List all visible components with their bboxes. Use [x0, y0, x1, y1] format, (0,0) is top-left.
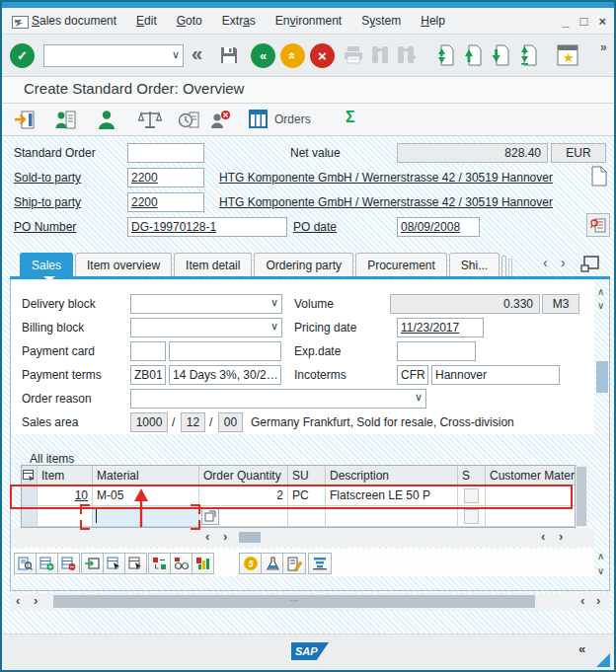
po-date-label[interactable]: PO date [293, 217, 337, 237]
s-checkbox[interactable] [464, 509, 479, 524]
display-customer-button[interactable] [97, 110, 116, 134]
exit-button[interactable]: « [280, 43, 305, 68]
maximize-button[interactable]: □ [580, 14, 588, 29]
next-page-button[interactable] [490, 44, 509, 70]
payment-card-number-field[interactable] [169, 341, 281, 361]
minimize-button[interactable]: _ [562, 14, 569, 29]
swap-items-button[interactable] [148, 553, 171, 574]
menu-edit[interactable]: Edit [136, 8, 157, 35]
orders-button[interactable]: Orders [249, 110, 311, 128]
back-button[interactable]: « [251, 43, 275, 68]
column-header-description[interactable]: Description [326, 466, 458, 485]
billing-block-select[interactable]: ∨ [130, 318, 282, 337]
menu-goto[interactable]: Goto [177, 8, 202, 35]
su-cell[interactable] [288, 506, 326, 527]
tab-sales[interactable]: Sales [20, 253, 73, 276]
command-field[interactable]: ∨ [43, 44, 184, 67]
last-page-button[interactable] [517, 44, 537, 70]
tab-scroll-right-button[interactable]: › [561, 257, 566, 268]
ship-to-party-text[interactable]: HTG Komponente GmbH / Wernerstrasse 42 /… [219, 192, 553, 212]
items-scroll-left-button[interactable]: ‹ [205, 531, 209, 543]
item-details-button[interactable] [14, 553, 37, 574]
content-scroll-up-button-2[interactable]: ∧ [597, 551, 604, 562]
content-scrollbar-thumb[interactable] [596, 361, 608, 393]
window-scroll-right-button-2[interactable]: › [596, 595, 600, 607]
items-scroll-left-button-2[interactable]: ‹ [541, 531, 545, 543]
menu-environment[interactable]: Environment [275, 8, 342, 35]
content-scroll-up-button[interactable]: ∧ [597, 286, 604, 298]
menu-system[interactable]: System [361, 8, 401, 35]
delivery-block-select[interactable]: ∨ [130, 294, 282, 314]
ship-to-party-label[interactable]: Ship-to party [14, 192, 81, 212]
display-sold-to-button[interactable] [55, 110, 77, 134]
column-header-quantity[interactable]: Order Quantity [199, 466, 288, 485]
save-button[interactable] [219, 45, 239, 69]
fullscreen-toggle-button[interactable] [580, 256, 599, 276]
column-header-item[interactable]: Item [38, 466, 93, 485]
command-field-dropdown-icon[interactable]: ∨ [172, 48, 180, 61]
item-notes-button[interactable] [282, 553, 306, 574]
ship-to-party-field[interactable] [127, 192, 204, 212]
po-number-label[interactable]: PO Number [14, 217, 76, 237]
possible-entries-button[interactable] [201, 507, 219, 525]
system-menu-icon[interactable] [12, 15, 29, 33]
menu-extras[interactable]: Extras [222, 8, 256, 35]
enter-button[interactable]: ✓ [10, 43, 35, 68]
tab-ordering-party[interactable]: Ordering party [254, 253, 353, 276]
statusbar-collapse-button[interactable]: « [578, 641, 585, 656]
item-row-2[interactable] [22, 506, 575, 527]
customer-material-cell[interactable] [486, 506, 575, 527]
tab-item-overview[interactable]: Item overview [75, 253, 172, 276]
content-scroll-down-button[interactable]: ∨ [597, 300, 604, 312]
reject-document-button[interactable] [209, 110, 231, 134]
insert-item-button[interactable] [36, 553, 58, 574]
column-header-material[interactable]: Material [93, 466, 199, 485]
incoterms-code-field[interactable] [397, 365, 428, 385]
items-scroll-right-button[interactable]: › [223, 531, 227, 543]
po-date-field[interactable] [397, 217, 480, 237]
delivery-status-icon[interactable] [178, 110, 200, 134]
conditions-button[interactable] [239, 553, 263, 574]
column-header-customer-material[interactable]: Customer Materi [486, 466, 575, 485]
window-scroll-left-button[interactable]: ‹ [16, 595, 20, 607]
first-page-button[interactable] [434, 44, 454, 70]
collapse-toolbar-button[interactable]: « [192, 42, 202, 65]
po-number-field[interactable] [127, 217, 287, 237]
row-selector-cell[interactable] [22, 506, 38, 527]
window-hscrollbar-thumb[interactable]: ⋯ [53, 595, 535, 608]
payment-terms-text-field[interactable] [169, 365, 281, 385]
menu-sales-document[interactable]: Sales document [32, 8, 116, 35]
column-header-su[interactable]: SU [288, 466, 326, 485]
tab-scroll-left-button[interactable]: ‹ [543, 257, 548, 268]
sold-to-party-field[interactable] [127, 168, 204, 187]
sum-button[interactable]: Σ [346, 109, 355, 126]
item-graph-button[interactable] [192, 553, 214, 574]
configuration-button[interactable] [308, 553, 332, 574]
exp-date-field[interactable] [397, 341, 476, 361]
window-scroll-left-button-2[interactable]: ‹ [580, 595, 584, 607]
close-button[interactable]: × [598, 14, 606, 29]
items-vscrollbar-track[interactable] [576, 466, 587, 527]
items-vscrollbar-thumb[interactable] [577, 467, 586, 526]
menu-help[interactable]: Help [421, 8, 445, 35]
pricing-date-field[interactable] [397, 318, 484, 337]
sold-to-party-label[interactable]: Sold-to party [14, 168, 81, 187]
content-scroll-down-button-2[interactable]: ∨ [597, 565, 604, 577]
sold-to-party-text[interactable]: HTG Komponente GmbH / Wernerstrasse 42 /… [219, 168, 553, 187]
items-hscrollbar-thumb[interactable] [239, 532, 261, 543]
standard-order-field[interactable] [127, 143, 204, 163]
resize-grip[interactable] [596, 653, 610, 667]
s-cell[interactable] [458, 506, 486, 527]
order-reason-select[interactable]: ∨ [130, 389, 426, 409]
goto-document-button[interactable] [14, 110, 36, 134]
window-scroll-right-button[interactable]: › [34, 595, 38, 607]
previous-page-button[interactable] [462, 44, 482, 70]
blank-document-icon[interactable] [590, 166, 608, 190]
tab-shipping[interactable]: Shi... [449, 253, 500, 276]
header-details-button[interactable] [586, 213, 610, 237]
cancel-button[interactable]: × [310, 43, 335, 68]
new-session-button[interactable]: ★ [557, 44, 578, 70]
payment-terms-code-field[interactable] [130, 365, 166, 385]
description-cell[interactable] [326, 506, 458, 527]
delete-item-button[interactable] [57, 553, 80, 574]
